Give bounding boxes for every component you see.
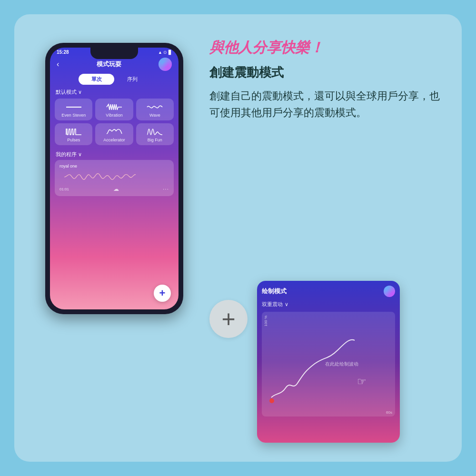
fab-button[interactable]: + bbox=[154, 285, 171, 302]
program-card[interactable]: royal one 01:01 ☁ ··· bbox=[55, 160, 174, 196]
mode-even-steven[interactable]: Even Steven bbox=[55, 99, 92, 120]
tab-sequence[interactable]: 序列 bbox=[114, 74, 150, 85]
phone-title: 模式玩耍 bbox=[97, 60, 121, 69]
mode-bigfun-label: Big Fun bbox=[138, 138, 172, 142]
tab-row: 單次 序列 bbox=[50, 74, 178, 89]
mode-vibration[interactable]: Vibration bbox=[95, 99, 133, 120]
default-modes-label: 默认模式 ∨ bbox=[50, 89, 178, 99]
mode-pulses[interactable]: Pulses bbox=[55, 123, 92, 145]
bottom-row: + 绘制模式 bbox=[209, 281, 443, 443]
subtitle: 創建震動模式 bbox=[209, 64, 443, 81]
mode-bigfun[interactable]: Big Fun bbox=[136, 123, 174, 145]
app-icon bbox=[159, 58, 172, 71]
draw-canvas[interactable]: 100 % 60s 在此处绘制波动 ☞ bbox=[262, 312, 395, 416]
hand-cursor-icon: ☞ bbox=[357, 376, 367, 388]
svg-point-2 bbox=[386, 288, 393, 295]
phone-notch bbox=[90, 48, 138, 59]
inner-layout: 15:28 ▲ ⊙ ▊ ‹ 模式玩耍 bbox=[33, 33, 443, 443]
draw-device-label: 双重震动 ∨ bbox=[262, 301, 395, 308]
cloud-icon: ☁ bbox=[113, 186, 119, 192]
draw-card-app-icon bbox=[384, 286, 395, 297]
more-icon[interactable]: ··· bbox=[163, 186, 169, 192]
draw-card-header: 绘制模式 bbox=[262, 286, 395, 297]
bigfun-icon bbox=[138, 127, 172, 137]
plus-circle: + bbox=[209, 300, 248, 338]
modes-grid: Even Steven Vibration bbox=[50, 99, 178, 150]
outer-card: 15:28 ▲ ⊙ ▊ ‹ 模式玩耍 bbox=[14, 14, 462, 462]
accelerator-icon bbox=[97, 127, 131, 137]
mode-even-steven-label: Even Steven bbox=[57, 113, 90, 118]
pulses-icon bbox=[57, 127, 90, 137]
right-area: 與他人分享快樂！ 創建震動模式 創建自己的震動模式，還可以與全球用戶分享，也可使… bbox=[195, 33, 443, 443]
program-time: 01:01 bbox=[60, 187, 69, 191]
wave-icon bbox=[138, 102, 172, 112]
body-text: 創建自己的震動模式，還可以與全球用戶分享，也可使用其他用戶分享的震動模式。 bbox=[209, 88, 443, 121]
my-programs-label: 我的程序 ∨ bbox=[50, 150, 178, 160]
drawn-wave-svg bbox=[262, 312, 395, 416]
status-time: 15:28 bbox=[57, 50, 69, 55]
svg-point-0 bbox=[161, 60, 169, 68]
headline: 與他人分享快樂！ bbox=[209, 38, 443, 57]
mode-accelerator-label: Accelerator bbox=[97, 138, 131, 142]
program-footer: 01:01 ☁ ··· bbox=[60, 186, 169, 192]
even-steven-icon bbox=[57, 102, 90, 112]
phone-area: 15:28 ▲ ⊙ ▊ ‹ 模式玩耍 bbox=[33, 43, 195, 314]
canvas-dot bbox=[269, 398, 274, 403]
status-icons: ▲ ⊙ ▊ bbox=[158, 50, 172, 55]
mode-wave[interactable]: Wave bbox=[136, 99, 174, 120]
tab-single[interactable]: 單次 bbox=[79, 74, 114, 85]
draw-card-title: 绘制模式 bbox=[262, 287, 287, 296]
program-name: royal one bbox=[60, 164, 169, 169]
back-button[interactable]: ‹ bbox=[57, 60, 59, 69]
mode-accelerator[interactable]: Accelerator bbox=[95, 123, 133, 145]
mode-pulses-label: Pulses bbox=[57, 138, 90, 142]
program-wave bbox=[60, 170, 169, 184]
phone-shell: 15:28 ▲ ⊙ ▊ ‹ 模式玩耍 bbox=[45, 43, 183, 314]
draw-card: 绘制模式 bbox=[257, 281, 400, 443]
vibration-icon bbox=[97, 102, 131, 112]
mode-wave-label: Wave bbox=[138, 113, 172, 118]
mode-vibration-label: Vibration bbox=[97, 113, 131, 118]
phone-screen: 15:28 ▲ ⊙ ▊ ‹ 模式玩耍 bbox=[50, 48, 178, 309]
